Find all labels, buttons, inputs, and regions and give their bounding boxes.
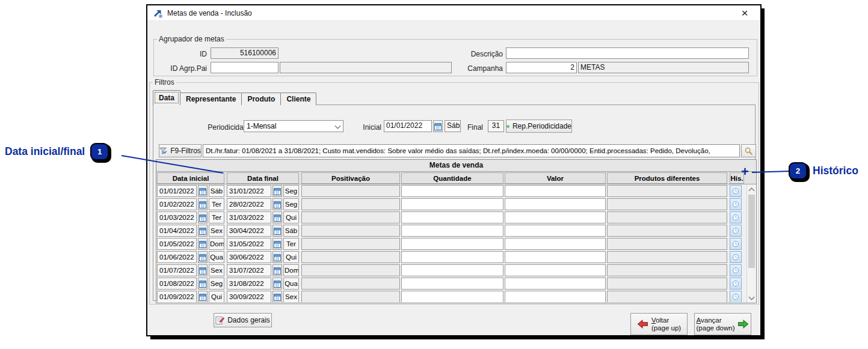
id-agrp-pai-input[interactable] — [211, 62, 279, 73]
data-final-field[interactable]: 30/09/2022 — [227, 291, 271, 302]
data-inicial-calendar-button[interactable] — [198, 198, 208, 210]
data-final-field[interactable]: 31/08/2022 — [227, 278, 271, 290]
quantidade-cell[interactable] — [401, 225, 503, 237]
data-inicial-calendar-button[interactable] — [198, 225, 208, 237]
data-final-calendar-button[interactable] — [272, 238, 282, 250]
tab-representante[interactable]: Representante — [180, 93, 242, 105]
voltar-button[interactable]: Voltar (page up) — [630, 313, 688, 335]
data-inicial-field[interactable]: 01/02/2022 — [157, 198, 197, 210]
grid-title: Metas de venda — [156, 160, 756, 172]
valor-cell[interactable] — [505, 185, 606, 197]
table-row: 01/09/2022 Qui 30/09/2022 Sex — [157, 291, 746, 302]
valor-cell[interactable] — [505, 211, 606, 223]
col-header-positivacao[interactable]: Positivação — [301, 172, 400, 184]
data-inicial-calendar-button[interactable] — [198, 238, 208, 250]
data-final-calendar-button[interactable] — [272, 264, 282, 276]
tab-produto[interactable]: Produto — [241, 93, 281, 105]
table-row: 01/05/2022 Dom 31/05/2022 Ter — [157, 238, 746, 250]
dados-gerais-button[interactable]: Dados gerais — [214, 313, 272, 327]
historico-button[interactable] — [730, 278, 742, 290]
valor-cell[interactable] — [505, 225, 606, 237]
data-inicial-field[interactable]: 01/09/2022 — [157, 291, 197, 302]
data-final-field[interactable]: 30/06/2022 — [227, 251, 271, 263]
valor-cell[interactable] — [505, 251, 606, 263]
data-inicial-field[interactable]: 01/04/2022 — [157, 225, 197, 237]
f9-filtros-button[interactable]: F9-Filtros — [159, 144, 202, 157]
data-inicial-calendar-button[interactable] — [198, 185, 208, 197]
data-final-calendar-button[interactable] — [272, 278, 282, 290]
scroll-up-icon[interactable] — [749, 188, 755, 194]
data-inicial-calendar-button[interactable] — [198, 211, 208, 223]
quantidade-cell[interactable] — [401, 198, 503, 210]
quantidade-cell[interactable] — [401, 185, 503, 197]
produtos-diferentes-cell — [607, 291, 727, 302]
data-final-field[interactable]: 31/03/2022 — [227, 211, 271, 223]
quantidade-cell[interactable] — [401, 251, 503, 263]
col-header-data-final[interactable]: Data final — [227, 172, 299, 184]
quantidade-cell[interactable] — [401, 291, 503, 302]
quantidade-cell[interactable] — [401, 238, 503, 250]
quantidade-cell[interactable] — [401, 264, 503, 276]
quantidade-cell[interactable] — [401, 278, 503, 290]
close-button[interactable]: × — [736, 5, 753, 20]
data-inicial-calendar-button[interactable] — [198, 264, 208, 276]
campanha-input[interactable]: 2 — [506, 62, 577, 73]
data-final-calendar-button[interactable] — [272, 211, 282, 223]
data-final-calendar-button[interactable] — [272, 198, 282, 210]
data-final-field[interactable]: 31/05/2022 — [227, 238, 271, 250]
vertical-scrollbar[interactable] — [746, 185, 756, 303]
tab-data[interactable]: Data — [153, 90, 180, 105]
data-inicial-field[interactable]: 01/08/2022 — [157, 278, 197, 290]
historico-button[interactable] — [730, 264, 742, 276]
rep-periodicidade-button[interactable]: Rep.Periodicidade — [506, 120, 572, 133]
data-final-weekday-label: Qui — [283, 211, 299, 223]
periodicidade-select[interactable]: 1-Mensal — [244, 120, 343, 132]
col-header-quantidade[interactable]: Quantidade — [401, 172, 503, 184]
scroll-down-icon[interactable] — [749, 294, 755, 300]
avancar-button[interactable]: Avançar (page down) — [694, 313, 751, 335]
data-inicial-field[interactable]: 01/06/2022 — [157, 251, 197, 263]
data-final-calendar-button[interactable] — [272, 225, 282, 237]
data-final-calendar-button[interactable] — [272, 291, 282, 302]
scrollbar-thumb[interactable] — [748, 195, 755, 268]
historico-button[interactable] — [730, 198, 742, 210]
data-final-field[interactable]: 30/04/2022 — [227, 225, 271, 237]
valor-cell[interactable] — [505, 198, 606, 210]
col-header-produtos-diferentes[interactable]: Produtos diferentes — [607, 172, 727, 184]
valor-cell[interactable] — [505, 264, 606, 276]
data-final-calendar-button[interactable] — [272, 185, 282, 197]
data-inicial-field[interactable]: 01/07/2022 — [157, 264, 197, 276]
valor-cell[interactable] — [505, 278, 606, 290]
historico-button[interactable] — [730, 238, 742, 250]
data-inicial-calendar-button[interactable] — [198, 278, 208, 290]
descricao-input[interactable] — [506, 47, 749, 59]
table-row: 01/07/2022 Sex 31/07/2022 Dom — [157, 264, 746, 276]
search-filters-button[interactable] — [741, 144, 756, 157]
data-final-weekday-label: Sáb — [283, 225, 299, 237]
col-header-valor[interactable]: Valor — [505, 172, 606, 184]
data-inicial-field[interactable]: 01/05/2022 — [157, 238, 197, 250]
quantidade-cell[interactable] — [401, 211, 503, 223]
historico-button[interactable] — [730, 251, 742, 263]
valor-cell[interactable] — [505, 238, 606, 250]
data-final-calendar-button[interactable] — [272, 251, 282, 263]
data-final-field[interactable]: 28/02/2022 — [227, 198, 271, 210]
historico-button[interactable] — [730, 185, 742, 197]
filter-summary-field: Dt./hr.fatur: 01/08/2021 a 31/08/2021; C… — [203, 144, 740, 157]
data-final-field[interactable]: 31/07/2022 — [227, 264, 271, 276]
data-inicial-calendar-button[interactable] — [198, 291, 208, 302]
historico-button[interactable] — [730, 225, 742, 237]
tab-cliente[interactable]: Cliente — [280, 93, 316, 105]
avancar-sub-label: (page down) — [697, 324, 735, 332]
data-final-field[interactable]: 31/01/2022 — [227, 185, 271, 197]
dados-gerais-label: Dados gerais — [227, 316, 270, 324]
inicial-date-input[interactable]: 01/01/2022 — [384, 120, 432, 132]
col-header-data-inicial[interactable]: Data inicial — [157, 172, 224, 184]
data-inicial-field[interactable]: 01/03/2022 — [157, 211, 197, 223]
data-inicial-calendar-button[interactable] — [198, 251, 208, 263]
inicial-calendar-button[interactable] — [433, 120, 443, 132]
historico-button[interactable] — [730, 291, 742, 302]
historico-button[interactable] — [730, 211, 742, 223]
data-inicial-field[interactable]: 01/01/2022 — [157, 185, 197, 197]
valor-cell[interactable] — [505, 291, 606, 302]
